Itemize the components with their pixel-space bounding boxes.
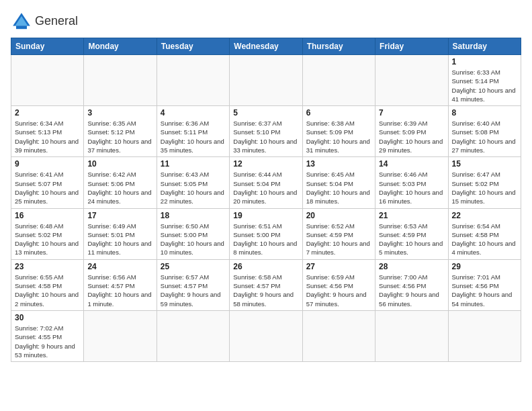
day-cell xyxy=(84,55,157,106)
day-info: Sunrise: 6:50 AM Sunset: 5:00 PM Dayligh… xyxy=(161,222,226,257)
day-cell: 18Sunrise: 6:50 AM Sunset: 5:00 PM Dayli… xyxy=(157,208,229,259)
day-cell xyxy=(448,310,521,361)
day-cell: 11Sunrise: 6:43 AM Sunset: 5:05 PM Dayli… xyxy=(157,157,229,208)
day-cell: 6Sunrise: 6:38 AM Sunset: 5:09 PM Daylig… xyxy=(302,106,375,157)
calendar: SundayMondayTuesdayWednesdayThursdayFrid… xyxy=(11,38,521,362)
weekday-header-saturday: Saturday xyxy=(448,38,521,55)
day-info: Sunrise: 6:52 AM Sunset: 4:59 PM Dayligh… xyxy=(306,222,371,257)
day-cell: 13Sunrise: 6:45 AM Sunset: 5:04 PM Dayli… xyxy=(302,157,375,208)
day-cell: 2Sunrise: 6:34 AM Sunset: 5:13 PM Daylig… xyxy=(11,106,84,157)
day-number: 10 xyxy=(87,159,152,169)
day-info: Sunrise: 6:40 AM Sunset: 5:08 PM Dayligh… xyxy=(452,119,517,154)
day-cell: 22Sunrise: 6:54 AM Sunset: 4:58 PM Dayli… xyxy=(448,208,521,259)
day-number: 26 xyxy=(233,262,298,271)
day-number: 1 xyxy=(452,57,517,66)
day-cell: 26Sunrise: 6:58 AM Sunset: 4:57 PM Dayli… xyxy=(230,259,302,310)
day-info: Sunrise: 6:44 AM Sunset: 5:04 PM Dayligh… xyxy=(233,170,298,205)
day-cell xyxy=(230,310,302,361)
page: General SundayMondayTuesdayWednesdayThur… xyxy=(0,0,532,369)
day-cell xyxy=(157,310,229,361)
svg-rect-2 xyxy=(16,26,27,29)
day-info: Sunrise: 6:45 AM Sunset: 5:04 PM Dayligh… xyxy=(306,170,371,205)
day-number: 30 xyxy=(15,313,80,322)
day-info: Sunrise: 6:54 AM Sunset: 4:58 PM Dayligh… xyxy=(452,222,517,257)
day-cell: 14Sunrise: 6:46 AM Sunset: 5:03 PM Dayli… xyxy=(375,157,448,208)
day-info: Sunrise: 6:34 AM Sunset: 5:13 PM Dayligh… xyxy=(15,119,80,154)
day-info: Sunrise: 6:42 AM Sunset: 5:06 PM Dayligh… xyxy=(87,170,152,205)
day-info: Sunrise: 6:56 AM Sunset: 4:57 PM Dayligh… xyxy=(87,273,152,308)
day-info: Sunrise: 6:46 AM Sunset: 5:03 PM Dayligh… xyxy=(379,170,444,205)
day-cell: 1Sunrise: 6:33 AM Sunset: 5:14 PM Daylig… xyxy=(448,55,521,106)
day-cell: 27Sunrise: 6:59 AM Sunset: 4:56 PM Dayli… xyxy=(302,259,375,310)
day-number: 21 xyxy=(379,211,444,220)
day-info: Sunrise: 6:47 AM Sunset: 5:02 PM Dayligh… xyxy=(452,170,517,205)
day-info: Sunrise: 6:51 AM Sunset: 5:00 PM Dayligh… xyxy=(233,222,298,257)
day-info: Sunrise: 6:38 AM Sunset: 5:09 PM Dayligh… xyxy=(306,119,371,154)
day-cell: 23Sunrise: 6:55 AM Sunset: 4:58 PM Dayli… xyxy=(11,259,84,310)
day-cell: 5Sunrise: 6:37 AM Sunset: 5:10 PM Daylig… xyxy=(230,106,302,157)
day-info: Sunrise: 6:35 AM Sunset: 5:12 PM Dayligh… xyxy=(87,119,152,154)
week-row-6: 30Sunrise: 7:02 AM Sunset: 4:55 PM Dayli… xyxy=(11,310,521,361)
day-number: 17 xyxy=(87,211,152,220)
day-number: 4 xyxy=(161,108,226,118)
day-cell xyxy=(84,310,157,361)
day-cell xyxy=(230,55,302,106)
day-number: 16 xyxy=(15,211,80,220)
day-cell: 15Sunrise: 6:47 AM Sunset: 5:02 PM Dayli… xyxy=(448,157,521,208)
day-info: Sunrise: 6:36 AM Sunset: 5:11 PM Dayligh… xyxy=(161,119,226,154)
logo: General xyxy=(11,11,78,32)
weekday-header-monday: Monday xyxy=(84,38,157,55)
weekday-header-row: SundayMondayTuesdayWednesdayThursdayFrid… xyxy=(11,38,521,55)
day-cell: 28Sunrise: 7:00 AM Sunset: 4:56 PM Dayli… xyxy=(375,259,448,310)
day-cell: 29Sunrise: 7:01 AM Sunset: 4:56 PM Dayli… xyxy=(448,259,521,310)
week-row-2: 2Sunrise: 6:34 AM Sunset: 5:13 PM Daylig… xyxy=(11,106,521,157)
week-row-4: 16Sunrise: 6:48 AM Sunset: 5:02 PM Dayli… xyxy=(11,208,521,259)
weekday-header-wednesday: Wednesday xyxy=(230,38,302,55)
day-cell: 3Sunrise: 6:35 AM Sunset: 5:12 PM Daylig… xyxy=(84,106,157,157)
day-number: 12 xyxy=(233,159,298,169)
day-cell: 24Sunrise: 6:56 AM Sunset: 4:57 PM Dayli… xyxy=(84,259,157,310)
week-row-3: 9Sunrise: 6:41 AM Sunset: 5:07 PM Daylig… xyxy=(11,157,521,208)
day-cell: 21Sunrise: 6:53 AM Sunset: 4:59 PM Dayli… xyxy=(375,208,448,259)
day-cell xyxy=(302,310,375,361)
day-number: 29 xyxy=(452,262,517,271)
logo-text: General xyxy=(35,15,78,28)
day-info: Sunrise: 6:49 AM Sunset: 5:01 PM Dayligh… xyxy=(87,222,152,257)
day-cell xyxy=(375,310,448,361)
day-number: 27 xyxy=(306,262,371,271)
weekday-header-tuesday: Tuesday xyxy=(157,38,229,55)
day-cell xyxy=(375,55,448,106)
day-cell: 20Sunrise: 6:52 AM Sunset: 4:59 PM Dayli… xyxy=(302,208,375,259)
day-info: Sunrise: 6:58 AM Sunset: 4:57 PM Dayligh… xyxy=(233,273,298,308)
day-cell xyxy=(302,55,375,106)
day-info: Sunrise: 6:39 AM Sunset: 5:09 PM Dayligh… xyxy=(379,119,444,154)
day-cell: 25Sunrise: 6:57 AM Sunset: 4:57 PM Dayli… xyxy=(157,259,229,310)
day-cell xyxy=(11,55,84,106)
header: General xyxy=(11,11,521,32)
day-cell: 8Sunrise: 6:40 AM Sunset: 5:08 PM Daylig… xyxy=(448,106,521,157)
day-number: 24 xyxy=(87,262,152,271)
day-number: 18 xyxy=(161,211,226,220)
day-info: Sunrise: 6:37 AM Sunset: 5:10 PM Dayligh… xyxy=(233,119,298,154)
day-number: 20 xyxy=(306,211,371,220)
day-info: Sunrise: 7:02 AM Sunset: 4:55 PM Dayligh… xyxy=(15,324,80,359)
day-cell: 16Sunrise: 6:48 AM Sunset: 5:02 PM Dayli… xyxy=(11,208,84,259)
day-info: Sunrise: 6:53 AM Sunset: 4:59 PM Dayligh… xyxy=(379,222,444,257)
day-number: 6 xyxy=(306,108,371,118)
day-number: 22 xyxy=(452,211,517,220)
day-info: Sunrise: 6:43 AM Sunset: 5:05 PM Dayligh… xyxy=(161,170,226,205)
day-cell: 19Sunrise: 6:51 AM Sunset: 5:00 PM Dayli… xyxy=(230,208,302,259)
day-number: 9 xyxy=(15,159,80,169)
day-number: 7 xyxy=(379,108,444,118)
day-cell xyxy=(157,55,229,106)
weekday-header-thursday: Thursday xyxy=(302,38,375,55)
day-number: 11 xyxy=(161,159,226,169)
day-info: Sunrise: 7:01 AM Sunset: 4:56 PM Dayligh… xyxy=(452,273,517,308)
day-number: 23 xyxy=(15,262,80,271)
day-cell: 17Sunrise: 6:49 AM Sunset: 5:01 PM Dayli… xyxy=(84,208,157,259)
day-info: Sunrise: 6:41 AM Sunset: 5:07 PM Dayligh… xyxy=(15,170,80,205)
day-number: 28 xyxy=(379,262,444,271)
day-info: Sunrise: 6:55 AM Sunset: 4:58 PM Dayligh… xyxy=(15,273,80,308)
day-number: 2 xyxy=(15,108,80,118)
day-info: Sunrise: 6:48 AM Sunset: 5:02 PM Dayligh… xyxy=(15,222,80,257)
